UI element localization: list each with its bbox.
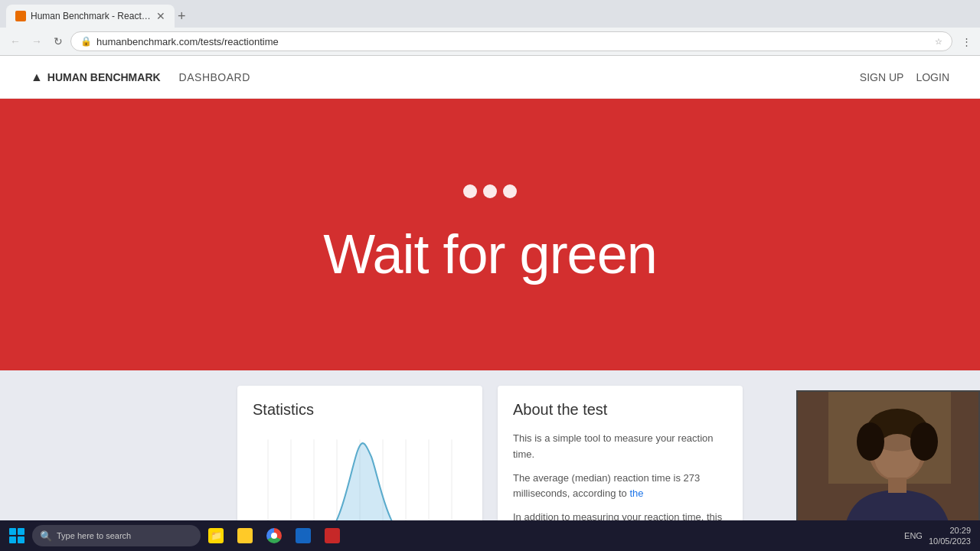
taskbar-lang: ENG <box>904 531 923 540</box>
hero-dot-1 <box>463 184 477 198</box>
statistics-title: Statistics <box>253 401 467 419</box>
about-title: About the test <box>513 401 727 419</box>
logo-text: HUMAN BENCHMARK <box>47 71 161 83</box>
files-icon <box>237 528 253 543</box>
hero-title: Wait for green <box>323 223 657 285</box>
hero-dots <box>463 184 517 198</box>
svg-point-16 <box>910 422 938 461</box>
star-icon[interactable]: ☆ <box>935 37 942 47</box>
taskbar-extra-btn-1[interactable] <box>289 522 317 549</box>
browser-chrome: Human Benchmark - Reaction T... ✕ + ← → … <box>0 0 980 56</box>
start-button[interactable] <box>3 522 31 549</box>
taskbar-right: ENG 20:29 10/05/2023 <box>904 525 977 547</box>
taskbar: 🔍 Type here to search 📁 ENG 20:29 10/05/… <box>0 520 980 551</box>
lock-icon: 🔒 <box>80 36 92 47</box>
extensions-btn[interactable]: ⋮ <box>959 34 974 49</box>
url-text: humanbenchmark.com/tests/reactiontime <box>96 36 930 47</box>
chrome-icon <box>266 528 282 543</box>
windows-icon <box>9 528 24 543</box>
hero-dot-3 <box>503 184 517 198</box>
hero-dot-2 <box>483 184 497 198</box>
new-tab-button[interactable]: + <box>178 9 186 23</box>
taskbar-search-box[interactable]: 🔍 Type here to search <box>32 525 201 546</box>
tab-label: Human Benchmark - Reaction T... <box>31 11 152 21</box>
extra-icon-2 <box>325 528 340 543</box>
taskbar-time-block: 20:29 10/05/2023 <box>929 525 971 547</box>
signup-link[interactable]: SIGN UP <box>860 71 904 83</box>
taskbar-search-text: Type here to search <box>57 531 131 540</box>
tab-close-btn[interactable]: ✕ <box>156 10 165 22</box>
extra-icon-1 <box>296 528 311 543</box>
tab-favicon <box>15 11 26 21</box>
webcam-overlay <box>796 390 980 528</box>
webcam-person <box>798 392 978 527</box>
taskbar-explorer-btn[interactable]: 📁 <box>202 522 230 549</box>
taskbar-extra-btn-2[interactable] <box>318 522 346 549</box>
logo-triangle-icon: ▲ <box>31 70 43 84</box>
explorer-icon: 📁 <box>208 528 224 543</box>
active-tab[interactable]: Human Benchmark - Reaction T... ✕ <box>6 5 175 28</box>
taskbar-files-btn[interactable] <box>231 522 259 549</box>
address-bar-row: ← → ↻ 🔒 humanbenchmark.com/tests/reactio… <box>0 28 980 55</box>
hero-section[interactable]: Wait for green <box>0 99 980 370</box>
svg-point-15 <box>857 422 884 461</box>
back-button[interactable]: ← <box>6 32 24 51</box>
nav-left: ▲ HUMAN BENCHMARK DASHBOARD <box>31 70 250 84</box>
about-paragraph-2: The average (median) reaction time is 27… <box>513 471 727 503</box>
tab-bar: Human Benchmark - Reaction T... ✕ + <box>0 0 980 28</box>
dashboard-link[interactable]: DASHBOARD <box>179 71 250 83</box>
about-paragraph-1: This is a simple tool to measure your re… <box>513 431 727 463</box>
nav-right: SIGN UP LOGIN <box>860 71 949 83</box>
about-link[interactable]: the <box>629 487 643 499</box>
site-logo-link[interactable]: ▲ HUMAN BENCHMARK <box>31 70 161 84</box>
taskbar-chrome-btn[interactable] <box>260 522 288 549</box>
address-bar[interactable]: 🔒 humanbenchmark.com/tests/reactiontime … <box>70 31 952 51</box>
refresh-button[interactable]: ↻ <box>49 32 67 51</box>
taskbar-time: 20:29 <box>929 525 971 536</box>
browser-actions: ⋮ <box>959 34 974 49</box>
login-link[interactable]: LOGIN <box>916 71 949 83</box>
taskbar-date: 10/05/2023 <box>929 536 971 546</box>
webcam-person-svg <box>798 392 980 528</box>
about-text-2: The average (median) reaction time is 27… <box>513 472 700 500</box>
forward-button[interactable]: → <box>28 32 46 51</box>
site-nav: ▲ HUMAN BENCHMARK DASHBOARD SIGN UP LOGI… <box>0 56 980 99</box>
svg-rect-17 <box>888 478 906 493</box>
search-icon: 🔍 <box>40 530 52 542</box>
